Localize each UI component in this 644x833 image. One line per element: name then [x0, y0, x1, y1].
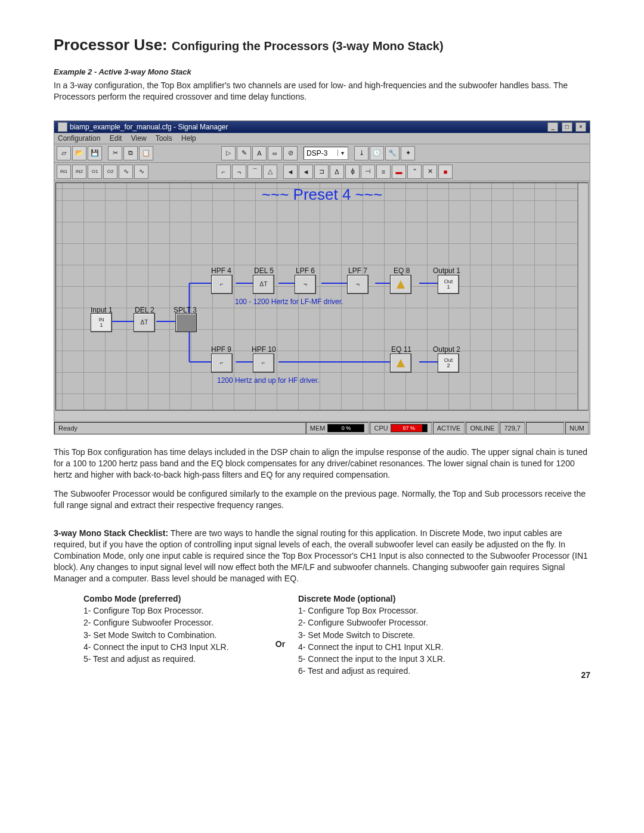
after-paragraph-1: This Top Box configuration has time dela…: [54, 447, 590, 481]
block-hpf10[interactable]: ⌐: [253, 354, 274, 373]
mix-icon[interactable]: ≡: [376, 165, 391, 179]
status-ready: Ready: [54, 422, 306, 434]
dsp-select[interactable]: ▾: [304, 147, 348, 160]
label-eq11: EQ 11: [391, 345, 411, 354]
close-icon[interactable]: ×: [575, 122, 586, 132]
combo-mode-column: Combo Mode (preferred) 1- Configure Top …: [83, 593, 262, 677]
signal-manager-window: biamp_example_for_manual.cfg - Signal Ma…: [54, 120, 590, 435]
block-del5[interactable]: ΔT: [253, 275, 274, 294]
link-icon[interactable]: ∞: [268, 146, 282, 160]
out1-icon[interactable]: O1: [88, 165, 102, 179]
delay-icon[interactable]: Δ: [330, 165, 344, 179]
dsp-canvas[interactable]: ~~~ Preset 4 ~~~: [55, 182, 589, 410]
combo-title: Combo Mode (preferred): [83, 593, 262, 605]
discrete-step: 3- Set Mode Switch to Discrete.: [298, 629, 477, 641]
chevron-down-icon[interactable]: ▾: [338, 150, 346, 156]
open-icon[interactable]: 📂: [72, 146, 86, 160]
block-eq11[interactable]: [390, 354, 411, 373]
block-out2[interactable]: Out2: [438, 354, 459, 373]
discrete-step: 6- Test and adjust as required.: [298, 665, 477, 677]
copy-icon[interactable]: ⧉: [123, 146, 138, 160]
menu-view[interactable]: View: [131, 134, 147, 143]
label-out2: Output 2: [433, 345, 460, 354]
bpf-icon[interactable]: ⌒: [247, 165, 262, 179]
menu-help[interactable]: Help: [181, 134, 196, 143]
horizontal-scrollbar[interactable]: [55, 410, 589, 420]
save-icon[interactable]: 💾: [88, 146, 102, 160]
clock-icon[interactable]: 🕓: [370, 146, 384, 160]
discrete-step: 4- Connect the input to CH1 Input XLR.: [298, 641, 477, 653]
block-splt3[interactable]: [175, 313, 197, 332]
menu-configuration[interactable]: Configuration: [58, 134, 100, 143]
combo-step: 5- Test and adjust as required.: [83, 653, 262, 665]
polarity-icon[interactable]: ɸ: [345, 165, 360, 179]
block-hpf4[interactable]: ⌐: [211, 275, 233, 294]
wire-layer: [56, 183, 588, 410]
block-in1[interactable]: IN1: [91, 313, 112, 332]
status-cpu: CPU 87 %: [370, 422, 431, 434]
page-title-rest: Configuring the Processors (3-way Mono S…: [172, 39, 444, 52]
new-icon[interactable]: ▱: [57, 146, 71, 160]
label-hpf10: HPF 10: [252, 345, 276, 354]
hpf-icon[interactable]: ⌐: [216, 165, 231, 179]
comp-icon[interactable]: ⊐: [314, 165, 329, 179]
dsp-field[interactable]: [305, 148, 338, 158]
block-del2[interactable]: ΔT: [134, 313, 155, 332]
toolbar-2[interactable]: IN1 IN2 O1 O2 ∿ ∿ ⌐ ¬ ⌒ △ ◄ ◄ ⊐ Δ ɸ ⊣ ≡ …: [54, 163, 590, 181]
app-icon: [58, 122, 67, 132]
window-titlebar[interactable]: biamp_example_for_manual.cfg - Signal Ma…: [54, 121, 590, 133]
split-icon[interactable]: ⊣: [361, 165, 375, 179]
in1-icon[interactable]: IN1: [57, 165, 71, 179]
minimize-icon[interactable]: _: [547, 122, 558, 132]
misc2-icon[interactable]: ✕: [423, 165, 437, 179]
after-paragraph-2: The Subwoofer Processor would be configu…: [54, 488, 590, 511]
block-out1[interactable]: Out1: [438, 275, 459, 294]
download-icon[interactable]: ⤓: [354, 146, 369, 160]
label-hpf4: HPF 4: [211, 267, 231, 275]
sine-icon[interactable]: ∿: [119, 165, 133, 179]
block-hpf9[interactable]: ⌐: [211, 354, 233, 373]
toolbar-1[interactable]: ▱ 📂 💾 ✂ ⧉ 📋 ▷ ✎ A ∞ ⊘ ▾ ⤓ 🕓 🔧 ✦: [54, 144, 590, 163]
wrench-icon[interactable]: 🔧: [385, 146, 400, 160]
in2-icon[interactable]: IN2: [72, 165, 86, 179]
combo-step: 3- Set Mode Switch to Combination.: [83, 629, 262, 641]
block-eq8[interactable]: [390, 275, 411, 294]
window-buttons[interactable]: _ □ ×: [546, 122, 586, 132]
vertical-scrollbar[interactable]: [578, 183, 588, 410]
gain-icon[interactable]: ◄: [299, 165, 313, 179]
eq-icon[interactable]: △: [263, 165, 277, 179]
pencil-icon[interactable]: ✎: [237, 146, 251, 160]
cut-icon[interactable]: ✂: [108, 146, 122, 160]
status-active: ACTIVE: [433, 422, 465, 434]
menu-tools[interactable]: Tools: [156, 134, 172, 143]
paste-icon[interactable]: 📋: [139, 146, 153, 160]
label-del5: DEL 5: [254, 267, 274, 275]
window-title: biamp_example_for_manual.cfg - Signal Ma…: [70, 123, 228, 131]
text-icon[interactable]: A: [252, 146, 267, 160]
discrete-step: 5- Connect the input to the Input 3 XLR.: [298, 653, 477, 665]
noise-icon[interactable]: ∿: [134, 165, 148, 179]
misc1-icon[interactable]: ⌃: [407, 165, 422, 179]
mute-icon[interactable]: ◄: [283, 165, 298, 179]
meter-icon[interactable]: ▬: [392, 165, 406, 179]
lpf-icon[interactable]: ¬: [232, 165, 246, 179]
status-online: ONLINE: [466, 422, 499, 434]
block-lpf6[interactable]: ¬: [295, 275, 316, 294]
menu-edit[interactable]: Edit: [110, 134, 122, 143]
label-out1: Output 1: [433, 267, 460, 275]
unlink-icon[interactable]: ⊘: [283, 146, 298, 160]
menubar[interactable]: Configuration Edit View Tools Help: [54, 133, 590, 144]
combo-step: 2- Configure Subwoofer Processor.: [83, 617, 262, 628]
spark-icon[interactable]: ✦: [401, 146, 415, 160]
label-lpf7: LPF 7: [348, 267, 367, 275]
block-lpf7[interactable]: ¬: [347, 275, 369, 294]
checklist-lead-strong: 3-way Mono Stack Checklist:: [54, 528, 168, 538]
discrete-title: Discrete Mode (optional): [298, 593, 477, 605]
out2-icon[interactable]: O2: [103, 165, 117, 179]
pointer-icon[interactable]: ▷: [221, 146, 236, 160]
maximize-icon[interactable]: □: [562, 122, 572, 132]
discrete-step: 2- Configure Subwoofer Processor.: [298, 617, 477, 628]
stop-icon[interactable]: ■: [438, 165, 453, 179]
checklist-paragraph: 3-way Mono Stack Checklist: There are tw…: [54, 528, 590, 584]
note-lower-chain: 1200 Hertz and up for HF driver.: [217, 376, 319, 385]
